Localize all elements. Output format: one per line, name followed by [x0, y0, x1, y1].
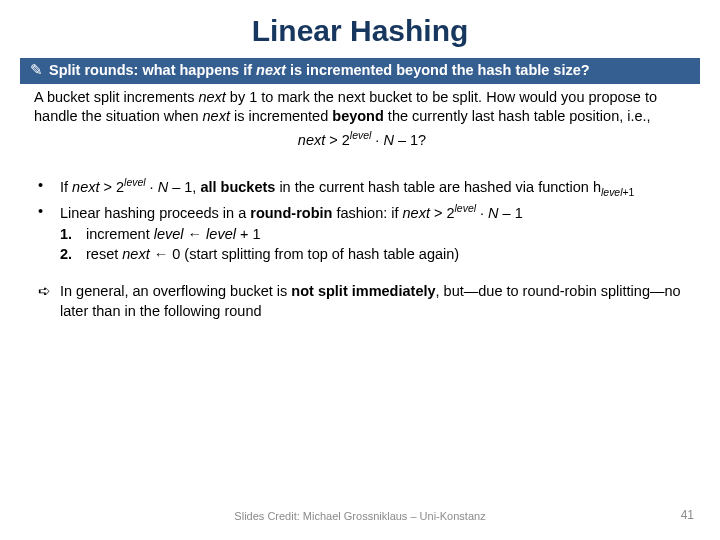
- b2e: ·: [476, 205, 488, 221]
- conclusion: ➪ In general, an overflowing bucket is n…: [20, 264, 700, 321]
- b2f: – 1: [499, 205, 523, 221]
- b2b: round-robin: [250, 205, 332, 221]
- b1d: – 1,: [168, 179, 200, 195]
- b2a: Linear hashing proceeds in a: [60, 205, 250, 221]
- b2-sup: level: [455, 203, 476, 214]
- b2c: fashion: if: [332, 205, 402, 221]
- num-1-text: increment level ← level + 1: [86, 225, 261, 245]
- n1d: level: [206, 226, 236, 242]
- b2-next: next: [403, 205, 430, 221]
- f-dot: ·: [371, 132, 383, 148]
- b1c: ·: [146, 179, 158, 195]
- num-1-label: 1.: [60, 225, 86, 245]
- bullet-list: • If next > 2level · N – 1, all buckets …: [20, 162, 700, 264]
- bullet-1-text: If next > 2level · N – 1, all buckets in…: [60, 176, 634, 200]
- intro-t1: A bucket split increments: [34, 89, 198, 105]
- pencil-icon: ✎: [30, 61, 43, 81]
- b1-sub: level: [601, 187, 622, 198]
- footer-credit: Slides Credit: Michael Grossniklaus – Un…: [0, 510, 720, 522]
- intro-t4: the currently last hash table position, …: [384, 108, 651, 124]
- num-2-label: 2.: [60, 245, 86, 265]
- intro-beyond: beyond: [332, 108, 384, 124]
- intro-box: A bucket split increments next by 1 to m…: [20, 84, 700, 163]
- f-N: N: [383, 132, 393, 148]
- numbered-1: 1. increment level ← level + 1: [38, 225, 690, 245]
- bullet-dot-icon: •: [38, 176, 60, 200]
- b2d: > 2: [430, 205, 455, 221]
- conclusion-text: In general, an overflowing bucket is not…: [60, 282, 690, 321]
- n2c: ← 0 (start splitting from top of hash ta…: [150, 246, 459, 262]
- b1-next: next: [72, 179, 99, 195]
- f-sup: level: [350, 130, 371, 141]
- bullet-2-text: Linear hashing proceeds in a round-robin…: [60, 202, 523, 223]
- n2b: next: [122, 246, 149, 262]
- ca: In general, an overflowing bucket is: [60, 283, 291, 299]
- b1b: > 2: [100, 179, 125, 195]
- b1g: +1: [622, 187, 634, 198]
- b1-sup: level: [124, 177, 145, 188]
- intro-next1: next: [198, 89, 225, 105]
- n2a: reset: [86, 246, 122, 262]
- n1c: ←: [184, 226, 207, 242]
- b1a: If: [60, 179, 72, 195]
- f-next: next: [298, 132, 325, 148]
- content-area: ✎Split rounds: what happens if next is i…: [0, 58, 720, 322]
- num-2-text: reset next ← 0 (start splitting from top…: [86, 245, 459, 265]
- callout-banner: ✎Split rounds: what happens if next is i…: [20, 58, 700, 84]
- intro-next2: next: [203, 108, 230, 124]
- intro-formula: next > 2level · N – 1?: [34, 129, 690, 150]
- f-tail: – 1?: [394, 132, 426, 148]
- page-title: Linear Hashing: [0, 0, 720, 58]
- intro-t3: is incremented: [230, 108, 332, 124]
- b1-N: N: [158, 179, 168, 195]
- b1f: in the current hash table are hashed via…: [275, 179, 601, 195]
- cb: not split immediately: [291, 283, 435, 299]
- arrow-icon: ➪: [38, 282, 60, 321]
- bullet-dot-icon: •: [38, 202, 60, 223]
- f-gt: > 2: [325, 132, 350, 148]
- bullet-2: • Linear hashing proceeds in a round-rob…: [38, 202, 690, 223]
- b1e: all buckets: [200, 179, 275, 195]
- numbered-2: 2. reset next ← 0 (start splitting from …: [38, 245, 690, 265]
- b2-N: N: [488, 205, 498, 221]
- page-number: 41: [681, 508, 694, 522]
- n1b: level: [154, 226, 184, 242]
- banner-text-2: is incremented beyond the hash table siz…: [286, 62, 590, 78]
- n1a: increment: [86, 226, 154, 242]
- bullet-1: • If next > 2level · N – 1, all buckets …: [38, 176, 690, 200]
- banner-text-next: next: [256, 62, 286, 78]
- n1e: + 1: [236, 226, 261, 242]
- banner-text-1: Split rounds: what happens if: [49, 62, 256, 78]
